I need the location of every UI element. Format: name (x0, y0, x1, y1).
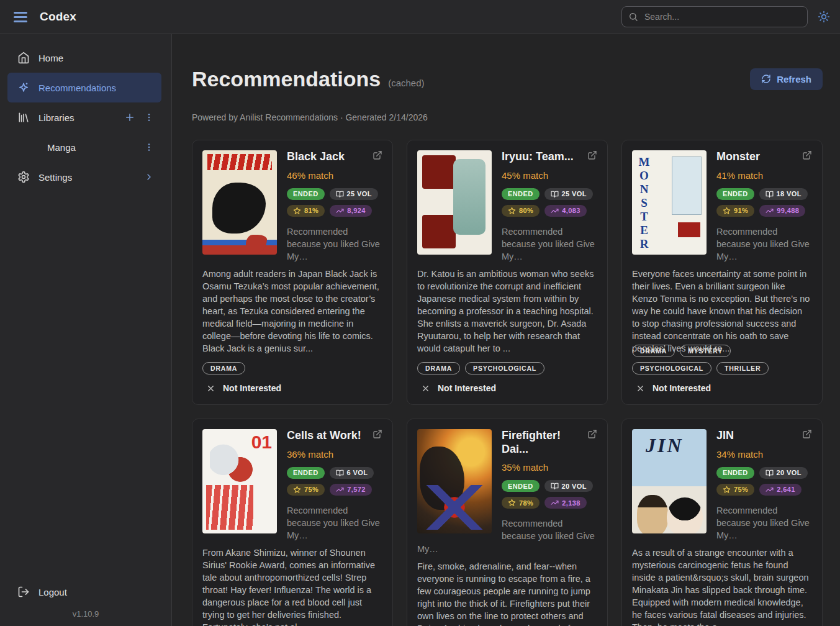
app-window: Codex Home Recommendations Libra (0, 0, 840, 626)
manga-cover[interactable] (417, 429, 492, 533)
search-box (621, 6, 808, 27)
trending-up-icon (336, 207, 344, 215)
popularity-badge: 2,641 (759, 484, 802, 496)
popularity-badge: 99,488 (759, 205, 805, 217)
manga-title: Firefighter! Dai... (502, 429, 582, 456)
genre-tag: PSYCHOLOGICAL (632, 362, 711, 374)
genre-tag: PSYCHOLOGICAL (465, 362, 544, 374)
recommendation-grid: Black Jack 46% match ENDED 25 VOL 81% 8,… (192, 140, 823, 626)
sidebar-item-libraries[interactable]: Libraries (7, 102, 161, 132)
kebab-menu-icon[interactable] (144, 112, 154, 122)
manga-cover[interactable] (417, 150, 492, 255)
trending-up-icon (765, 207, 774, 215)
logout-icon (17, 586, 30, 598)
rating-badge: 81% (287, 205, 325, 217)
cover-art-text: MONSTER (637, 155, 651, 250)
sidebar-item-label: Recommendations (38, 83, 116, 93)
external-link-icon[interactable] (587, 429, 597, 439)
not-interested-button[interactable]: Not Interested (417, 383, 597, 393)
status-badge: ENDED (716, 188, 754, 200)
external-link-icon[interactable] (587, 150, 597, 160)
sidebar: Home Recommendations Libraries Manga (0, 34, 172, 626)
recommendation-card: 01 Cells at Work! 36% match ENDED 6 VOL … (192, 419, 393, 626)
manga-cover[interactable]: JIN (632, 429, 707, 533)
sidebar-item-label: Manga (47, 142, 76, 153)
manga-cover[interactable]: 01 (202, 429, 277, 533)
sidebar-item-home[interactable]: Home (7, 43, 161, 73)
home-icon (17, 52, 30, 64)
external-link-icon[interactable] (373, 429, 382, 439)
gear-icon (17, 171, 30, 183)
popularity-badge: 2,138 (544, 497, 587, 509)
close-icon (636, 384, 645, 393)
volumes-badge: 20 VOL (759, 467, 808, 479)
recommendation-card: Iryuu: Team... 45% match ENDED 25 VOL 80… (407, 140, 608, 405)
manga-cover[interactable]: MONSTER (632, 150, 707, 255)
sidebar-item-recommendations[interactable]: Recommendations (7, 73, 161, 102)
star-icon (508, 207, 516, 215)
rating-badge: 91% (716, 205, 754, 217)
status-badge: ENDED (287, 467, 325, 479)
status-badge: ENDED (716, 467, 754, 479)
theme-toggle-button[interactable] (818, 11, 830, 23)
kebab-menu-icon[interactable] (144, 142, 154, 152)
manga-description: Fire, smoke, adrenaline, and fear--when … (417, 560, 597, 626)
chevron-right-icon (144, 172, 154, 182)
cache-note: (cached) (388, 78, 424, 88)
manga-title: Black Jack (287, 150, 345, 164)
menu-icon[interactable] (10, 6, 31, 27)
sidebar-item-label: Settings (38, 172, 72, 183)
star-icon (723, 207, 731, 215)
popularity-badge: 4,083 (544, 205, 587, 217)
sidebar-item-label: Libraries (38, 112, 75, 123)
star-icon (293, 486, 301, 494)
rating-badge: 75% (287, 484, 325, 496)
not-interested-button[interactable]: Not Interested (202, 383, 382, 393)
recommendation-card: MONSTER Monster 41% match ENDED 18 VOL 9… (621, 140, 823, 405)
rating-badge: 78% (502, 497, 540, 509)
not-interested-button[interactable]: Not Interested (632, 383, 812, 393)
genre-tag: DRAMA (632, 345, 675, 357)
search-input[interactable] (621, 6, 808, 27)
cover-art-text: JIN (646, 434, 684, 457)
trending-up-icon (551, 207, 559, 215)
popularity-badge: 8,924 (330, 205, 372, 217)
manga-title: JIN (716, 429, 734, 443)
close-icon (421, 384, 430, 393)
logout-button[interactable]: Logout (7, 577, 75, 607)
app-version: v1.10.9 (0, 609, 171, 619)
status-badge: ENDED (287, 188, 325, 200)
star-icon (293, 207, 301, 215)
close-icon (206, 384, 215, 393)
app-title: Codex (40, 10, 76, 24)
manga-title: Iryuu: Team... (502, 150, 574, 164)
book-icon (336, 469, 344, 477)
status-badge: ENDED (502, 480, 540, 492)
recommendation-card: Black Jack 46% match ENDED 25 VOL 81% 8,… (192, 140, 393, 405)
external-link-icon[interactable] (373, 150, 382, 160)
manga-description: Dr. Katou is an ambitious woman who seek… (417, 268, 597, 355)
sidebar-item-manga[interactable]: Manga (7, 132, 161, 162)
manga-description: As a result of a strange encounter with … (632, 547, 812, 626)
add-library-icon[interactable] (124, 112, 135, 123)
external-link-icon[interactable] (802, 150, 812, 160)
sidebar-item-settings[interactable]: Settings (7, 162, 161, 192)
book-icon (765, 469, 774, 477)
manga-description: Among adult readers in Japan Black Jack … (202, 268, 382, 355)
refresh-icon (761, 74, 771, 84)
genre-tag: MYSTERY (680, 345, 731, 357)
main-content: Recommendations (cached) Refresh Powered… (172, 34, 840, 626)
star-icon (723, 486, 731, 494)
sun-icon (818, 11, 830, 23)
library-icon (17, 111, 30, 124)
genre-tags: DRAMA (202, 362, 382, 374)
book-icon (336, 190, 344, 198)
recommendation-card: JIN JIN 34% match ENDED 20 VOL 75% 2,641 (621, 419, 823, 626)
refresh-button[interactable]: Refresh (750, 68, 823, 90)
volumes-badge: 20 VOL (544, 480, 593, 492)
book-icon (551, 190, 559, 198)
external-link-icon[interactable] (802, 429, 812, 439)
manga-cover[interactable] (202, 150, 277, 255)
star-icon (508, 499, 516, 507)
search-icon (628, 12, 638, 22)
